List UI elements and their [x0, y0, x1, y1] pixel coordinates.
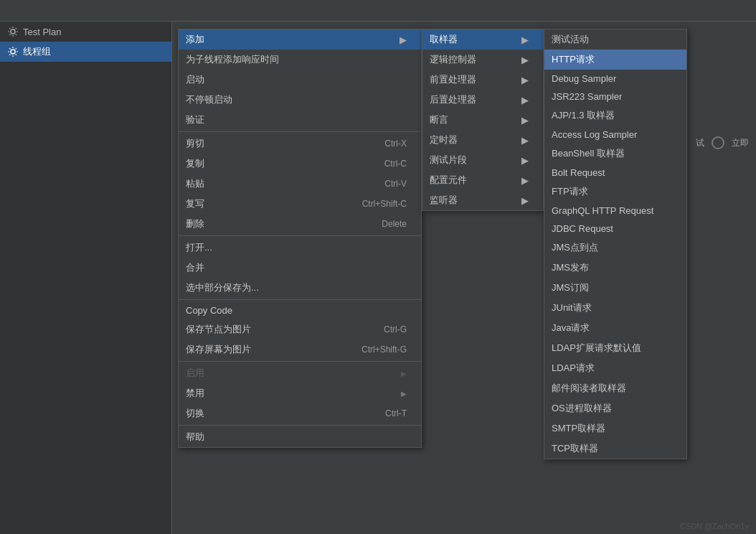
- divider-5: [179, 425, 421, 426]
- svg-point-1: [11, 50, 15, 54]
- menu-item-timer[interactable]: 定时器 ▶: [422, 130, 543, 150]
- menu-item-add-arrow: ▶: [400, 34, 407, 45]
- menu-item-logic-ctrl[interactable]: 逻辑控制器 ▶: [422, 50, 543, 70]
- menu-item-open[interactable]: 打开...: [179, 238, 421, 258]
- menu-item-beanshell-sampler[interactable]: BeanShell 取样器: [544, 144, 686, 164]
- menu-item-jdbc-request[interactable]: JDBC Request: [544, 220, 686, 238]
- menu-item-paste[interactable]: 粘贴 Ctrl-V: [179, 174, 421, 194]
- svg-point-0: [11, 29, 15, 34]
- menu-item-validate[interactable]: 验证: [179, 110, 421, 130]
- menu-item-access-log-sampler[interactable]: Access Log Sampler: [544, 126, 686, 144]
- radio-button[interactable]: [712, 136, 724, 149]
- menu-item-test-activity[interactable]: 测试活动: [544, 29, 686, 50]
- menu-item-start-no-pause[interactable]: 不停顿启动: [179, 90, 421, 110]
- menu-item-java-request[interactable]: Java请求: [544, 318, 686, 338]
- menu-item-debug-sampler[interactable]: Debug Sampler: [544, 70, 686, 88]
- gear-icon-threadgroup: [7, 46, 19, 57]
- sidebar-item-testplan-label: Test Plan: [23, 27, 61, 37]
- right-controls: 试 立即: [696, 136, 749, 149]
- menu-item-tcp-request[interactable]: TCP取样器: [544, 439, 686, 459]
- menu-item-pre-processor[interactable]: 前置处理器 ▶: [422, 70, 543, 90]
- divider-4: [179, 361, 421, 362]
- menu-item-jms-publish[interactable]: JMS发布: [544, 258, 686, 278]
- menu-item-os-process[interactable]: OS进程取样器: [544, 398, 686, 418]
- menu-item-jms-subscribe[interactable]: JMS订阅: [544, 278, 686, 298]
- menu-item-smtp-sampler[interactable]: SMTP取样器: [544, 418, 686, 439]
- watermark: CSDN @ZachOn1y: [680, 522, 749, 530]
- menu-item-mail-reader[interactable]: 邮件阅读者取样器: [544, 378, 686, 398]
- control-label-1: 试: [696, 137, 704, 149]
- menu-item-disable[interactable]: 禁用 ▶: [179, 383, 421, 403]
- menu-item-ldap-request[interactable]: LDAP请求: [544, 358, 686, 378]
- menu-item-ajp-sampler[interactable]: AJP/1.3 取样器: [544, 106, 686, 126]
- menu-item-add[interactable]: 添加 ▶: [179, 29, 421, 50]
- context-menu-sampler: 取样器 ▶ 逻辑控制器 ▶ 前置处理器 ▶ 后置处理器 ▶ 断言 ▶ 定时器 ▶…: [422, 29, 544, 211]
- menu-item-enable[interactable]: 启用 ▶: [179, 363, 421, 383]
- menu-item-merge[interactable]: 合并: [179, 258, 421, 278]
- menu-item-add-label: 添加: [186, 33, 204, 46]
- menu-item-help[interactable]: 帮助: [179, 427, 421, 447]
- control-label-2: 立即: [732, 137, 749, 149]
- sidebar-item-threadgroup-label: 线程组: [23, 45, 51, 58]
- context-menu-add: 添加 ▶ 为子线程添加响应时间 启动 不停顿启动 验证 剪切 Ctrl-X 复制…: [178, 29, 422, 448]
- menu-item-post-processor[interactable]: 后置处理器 ▶: [422, 90, 543, 110]
- menu-item-delete[interactable]: 删除 Delete: [179, 214, 421, 234]
- menu-item-assertion[interactable]: 断言 ▶: [422, 110, 543, 130]
- menu-item-test-fragment[interactable]: 测试片段 ▶: [422, 150, 543, 170]
- menu-item-ldap-ext-request[interactable]: LDAP扩展请求默认值: [544, 338, 686, 358]
- menu-item-save-node-img[interactable]: 保存节点为图片 Ctrl-G: [179, 319, 421, 339]
- context-menu-http-list: 测试活动 HTTP请求 Debug Sampler JSR223 Sampler…: [544, 29, 687, 459]
- menu-item-start[interactable]: 启动: [179, 70, 421, 90]
- menu-item-copy[interactable]: 复制 Ctrl-C: [179, 154, 421, 174]
- menu-item-add-response-time[interactable]: 为子线程添加响应时间: [179, 50, 421, 70]
- menu-item-sampler[interactable]: 取样器 ▶: [422, 29, 543, 50]
- menu-item-copy-code[interactable]: Copy Code: [179, 301, 421, 319]
- menu-item-listener[interactable]: 监听器 ▶: [422, 190, 543, 210]
- top-bar: [0, 0, 756, 22]
- sidebar-item-thread-group[interactable]: 线程组: [0, 42, 171, 62]
- menu-item-cut[interactable]: 剪切 Ctrl-X: [179, 134, 421, 154]
- divider-1: [179, 131, 421, 132]
- menu-item-http-request[interactable]: HTTP请求: [544, 50, 686, 70]
- menu-item-ftp-request[interactable]: FTP请求: [544, 182, 686, 202]
- gear-icon-testplan: [7, 26, 19, 37]
- menu-item-jms-point[interactable]: JMS点到点: [544, 238, 686, 258]
- menu-item-junit-request[interactable]: JUnit请求: [544, 298, 686, 318]
- divider-3: [179, 299, 421, 300]
- menu-item-duplicate[interactable]: 复写 Ctrl+Shift-C: [179, 194, 421, 214]
- menu-item-save-selected[interactable]: 选中部分保存为...: [179, 278, 421, 298]
- menu-item-graphql-request[interactable]: GraphQL HTTP Request: [544, 202, 686, 220]
- menu-item-toggle[interactable]: 切换 Ctrl-T: [179, 403, 421, 423]
- divider-2: [179, 235, 421, 236]
- sampler-arrow: ▶: [521, 34, 529, 45]
- sidebar: Test Plan 线程组: [0, 22, 172, 534]
- menu-item-jsr223-sampler[interactable]: JSR223 Sampler: [544, 88, 686, 106]
- sidebar-item-test-plan[interactable]: Test Plan: [0, 22, 171, 42]
- menu-item-bolt-request[interactable]: Bolt Request: [544, 164, 686, 182]
- menu-item-save-screen-img[interactable]: 保存屏幕为图片 Ctrl+Shift-G: [179, 339, 421, 360]
- menu-item-config-element[interactable]: 配置元件 ▶: [422, 170, 543, 190]
